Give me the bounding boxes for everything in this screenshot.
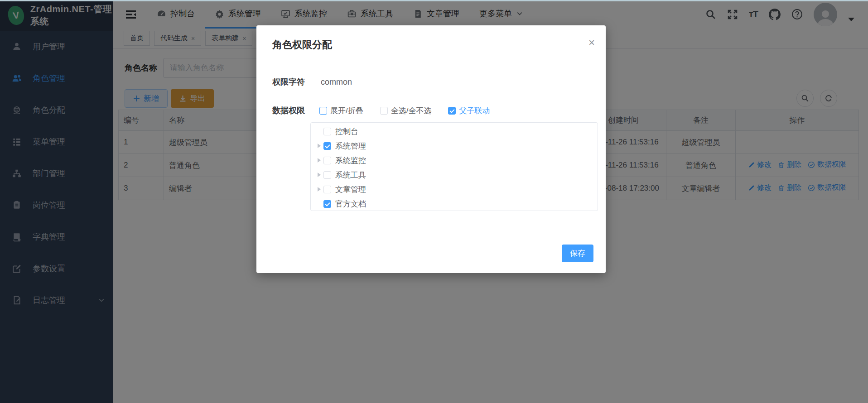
dialog-title: 角色权限分配 bbox=[272, 38, 332, 52]
caret-right-icon[interactable] bbox=[314, 144, 323, 148]
data-perm-label: 数据权限 bbox=[272, 105, 305, 116]
permission-tree: 控制台系统管理系统监控系统工具文章管理官方文档 bbox=[310, 122, 598, 211]
tree-node-label: 系统管理 bbox=[335, 141, 366, 151]
checkbox-label: 全选/全不选 bbox=[391, 106, 432, 116]
checkbox[interactable] bbox=[319, 107, 327, 115]
tree-node-label: 系统监控 bbox=[335, 155, 366, 166]
checkbox[interactable] bbox=[448, 107, 456, 115]
perm-char-row: 权限字符 common bbox=[272, 77, 352, 87]
checkbox[interactable] bbox=[323, 171, 331, 179]
checkbox[interactable] bbox=[323, 157, 331, 164]
option-展开/折叠[interactable]: 展开/折叠 bbox=[319, 106, 363, 116]
checkbox[interactable] bbox=[323, 186, 331, 193]
save-button[interactable]: 保存 bbox=[562, 245, 593, 262]
close-icon[interactable]: × bbox=[588, 37, 595, 48]
checkbox-label: 父子联动 bbox=[459, 106, 490, 116]
tree-node-label: 控制台 bbox=[335, 126, 358, 137]
tree-node-文章管理[interactable]: 文章管理 bbox=[311, 182, 598, 197]
tree-node-label: 文章管理 bbox=[335, 184, 366, 195]
checkbox-label: 展开/折叠 bbox=[330, 106, 363, 116]
caret-right-icon[interactable] bbox=[314, 158, 323, 163]
checkbox[interactable] bbox=[323, 200, 331, 208]
role-permission-dialog: 角色权限分配 × 权限字符 common 数据权限 展开/折叠全选/全不选父子联… bbox=[256, 25, 606, 273]
perm-char-label: 权限字符 bbox=[272, 77, 305, 87]
option-父子联动[interactable]: 父子联动 bbox=[448, 106, 490, 116]
option-全选/全不选[interactable]: 全选/全不选 bbox=[380, 106, 432, 116]
checkbox[interactable] bbox=[323, 142, 331, 150]
tree-node-label: 官方文档 bbox=[335, 199, 366, 209]
tree-node-label: 系统工具 bbox=[335, 170, 366, 180]
caret-right-icon[interactable] bbox=[314, 173, 323, 177]
tree-node-官方文档[interactable]: 官方文档 bbox=[311, 197, 598, 211]
tree-node-系统管理[interactable]: 系统管理 bbox=[311, 139, 598, 153]
data-perm-row: 数据权限 展开/折叠全选/全不选父子联动 bbox=[272, 105, 506, 116]
checkbox[interactable] bbox=[380, 107, 388, 115]
top-progress-strip bbox=[0, 0, 868, 1]
perm-char-value: common bbox=[321, 77, 352, 87]
tree-node-控制台[interactable]: 控制台 bbox=[311, 124, 598, 139]
tree-node-系统监控[interactable]: 系统监控 bbox=[311, 153, 598, 168]
caret-right-icon[interactable] bbox=[314, 187, 323, 192]
checkbox[interactable] bbox=[323, 128, 331, 135]
tree-node-系统工具[interactable]: 系统工具 bbox=[311, 168, 598, 182]
